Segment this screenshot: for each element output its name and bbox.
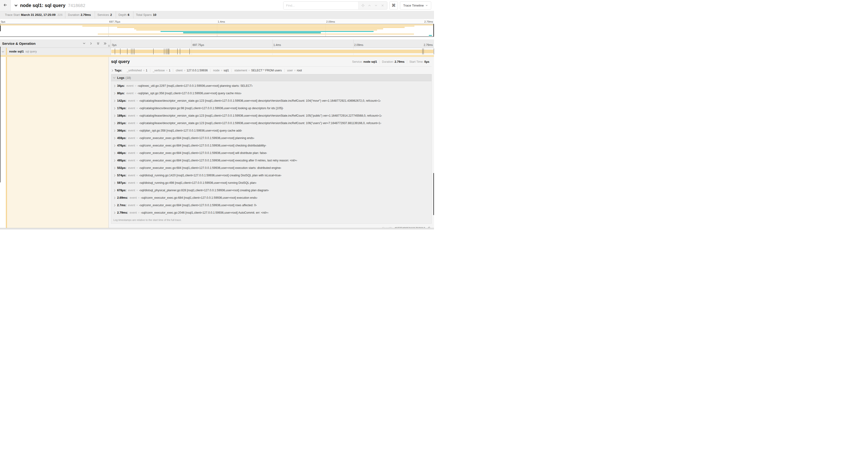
log-marker-tick[interactable] <box>153 48 154 54</box>
minimap-span-bar <box>136 30 377 31</box>
log-marker-tick[interactable] <box>166 48 166 54</box>
vertical-scrollbar-thumb[interactable] <box>433 173 434 215</box>
log-message: ‹sql/distsql_physical_planner.go:828 [ns… <box>139 189 269 192</box>
column-resizer-handle[interactable] <box>108 45 110 47</box>
tag-value: SELECT * FROM users <box>251 69 282 72</box>
tag-item: client = 127.0.0.1:59936 <box>173 69 210 72</box>
view-dropdown-button[interactable]: Trace Timeline <box>400 1 431 9</box>
log-entry[interactable]: 574μs: event = ‹sql/distsql_running.go:1… <box>111 172 431 179</box>
log-entry[interactable]: 366μs: event = ‹sql/plan_opt.go:358 [nsq… <box>111 127 431 134</box>
log-equals: = <box>136 181 138 185</box>
span-row-name-cell[interactable]: node sql1 sql query <box>0 48 111 55</box>
minimap-tick: 0μs <box>1 20 5 23</box>
span-service-name: node sql1 <box>9 50 24 53</box>
trace-summary-item: Trace Start March 31 2022, 17:25:09.326 <box>2 11 65 19</box>
axis-tick: 1.4ms <box>274 43 281 47</box>
log-marker-tick[interactable] <box>434 48 434 54</box>
collapse-chevron-icon[interactable] <box>14 3 18 7</box>
tag-equals: = <box>221 69 222 72</box>
collapse-all-icon[interactable] <box>96 42 100 45</box>
log-marker-tick[interactable] <box>167 48 167 54</box>
locate-icon[interactable] <box>361 4 365 7</box>
summary-label: Services <box>97 11 109 19</box>
log-entry[interactable]: 476μs: event = ‹sql/conn_executor_exec.g… <box>111 142 431 149</box>
log-entry[interactable]: 34μs: event = ‹sql/exec_util.go:2297 [ns… <box>111 82 431 90</box>
timeline-minimap[interactable]: 0μs 697.75μs 1.4ms 2.09ms 2.79ms <box>0 19 434 37</box>
axis-tick: 2.09ms <box>354 43 363 47</box>
meta-item: Duration: 2.79ms <box>379 60 407 63</box>
log-entry[interactable]: 597μs: event = ‹sql/distsql_running.go:4… <box>111 179 431 187</box>
log-marker-tick[interactable] <box>164 48 164 54</box>
log-marker-tick[interactable] <box>189 48 190 54</box>
log-message: ‹sql/catalog/lease/descriptor_version_st… <box>139 114 382 117</box>
tag-equals: = <box>294 69 296 72</box>
collapse-one-icon[interactable] <box>82 42 86 45</box>
log-marker-tick[interactable] <box>133 48 133 54</box>
summary-value: March 31 2022, 17:25:09 <box>21 11 56 19</box>
log-equals: = <box>136 99 138 102</box>
tag-item: _unfinished = 1 <box>124 69 150 72</box>
chevron-right-icon <box>113 144 116 147</box>
log-marker-tick[interactable] <box>168 48 168 54</box>
tags-row[interactable]: Tags: _unfinished = 1 _verbose = 1 <box>111 69 432 72</box>
link-icon[interactable] <box>427 226 430 228</box>
minimap-canvas[interactable] <box>0 24 434 37</box>
log-timestamp: 2.79ms: <box>117 211 128 214</box>
tag-key: client <box>176 69 183 72</box>
log-marker-tick[interactable] <box>131 48 131 54</box>
keyboard-shortcuts-button[interactable]: ⌘ <box>390 1 398 9</box>
minimap-right-handle[interactable] <box>433 24 434 36</box>
log-entry[interactable]: 486μs: event = ‹sql/conn_executor_exec.g… <box>111 149 431 157</box>
trace-summary-item: Services 2 <box>95 11 116 19</box>
log-entry[interactable]: 2.79ms: event = ‹sql/conn_executor_exec.… <box>111 209 431 217</box>
span-detail-row: sql query Service: node sql1 Duration: 2… <box>0 57 434 228</box>
trace-id: 7418682 <box>68 3 85 8</box>
chevron-right-icon <box>113 100 116 102</box>
minimap-tick: 1.4ms <box>218 20 225 23</box>
log-timestamp: 597μs: <box>117 181 126 185</box>
log-marker-tick[interactable] <box>127 48 127 54</box>
logs-header[interactable]: Logs (18) <box>111 74 432 81</box>
find-input[interactable] <box>283 2 358 9</box>
next-match-icon[interactable] <box>374 4 378 7</box>
log-entry[interactable]: 678μs: event = ‹sql/distsql_physical_pla… <box>111 187 431 194</box>
chevron-down-icon <box>113 76 116 78</box>
chevron-right-icon <box>113 122 116 124</box>
expand-one-icon[interactable] <box>89 42 93 45</box>
span-duration-bar[interactable] <box>111 50 434 53</box>
log-field-key: event <box>128 181 135 185</box>
span-row-timeline-cell[interactable] <box>111 48 434 55</box>
chevron-right-icon[interactable] <box>111 69 113 72</box>
log-marker-tick[interactable] <box>169 48 169 54</box>
trace-summary-item: Total Spans 10 <box>133 11 160 19</box>
clear-search-icon[interactable] <box>381 4 384 7</box>
log-entry[interactable]: 495μs: event = ‹sql/conn_executor_exec.g… <box>111 157 431 164</box>
back-button[interactable] <box>0 0 11 11</box>
log-entry[interactable]: 2.69ms: event = ‹sql/conn_executor_exec.… <box>111 194 431 201</box>
log-entry[interactable]: 189μs: event = ‹sql/catalog/lease/descri… <box>111 112 431 120</box>
prev-match-icon[interactable] <box>368 4 371 7</box>
log-marker-tick[interactable] <box>180 48 180 54</box>
expand-all-icon[interactable] <box>103 42 107 45</box>
summary-value: 10 <box>153 11 156 19</box>
log-entry[interactable]: 2.7ms: event = ‹sql/conn_executor_exec.g… <box>111 201 431 209</box>
log-entry[interactable]: 201μs: event = ‹sql/catalog/lease/descri… <box>111 120 431 127</box>
log-entry[interactable]: 176μs: event = ‹sql/catalog/descs/descri… <box>111 104 431 112</box>
log-marker-tick[interactable] <box>424 48 424 54</box>
log-marker-tick[interactable] <box>422 48 423 54</box>
log-equals: = <box>136 114 138 117</box>
chevron-down-icon[interactable] <box>2 50 4 52</box>
log-entry[interactable]: 459μs: event = ‹sql/conn_executor_exec.g… <box>111 134 431 142</box>
tag-value: root <box>297 69 302 72</box>
log-entry[interactable]: 502μs: event = ‹sql/conn_executor_exec.g… <box>111 164 431 172</box>
span-detail-header: sql query Service: node sql1 Duration: 2… <box>111 59 432 64</box>
log-marker-tick[interactable] <box>134 48 134 54</box>
log-entry[interactable]: 80μs: event = ‹sql/plan_opt.go:358 [nsql… <box>111 90 431 97</box>
chevron-right-icon <box>113 85 116 87</box>
trace-timeline-page: node sql1: sql query 7418682 <box>0 0 434 230</box>
span-id-row: SpanID: 4877749850101760812 <box>111 224 432 228</box>
tag-item: _verbose = 1 <box>150 69 173 72</box>
minimap-span-bar <box>134 28 383 29</box>
log-marker-tick[interactable] <box>177 48 178 54</box>
log-entry[interactable]: 142μs: event = ‹sql/catalog/lease/descri… <box>111 97 431 104</box>
